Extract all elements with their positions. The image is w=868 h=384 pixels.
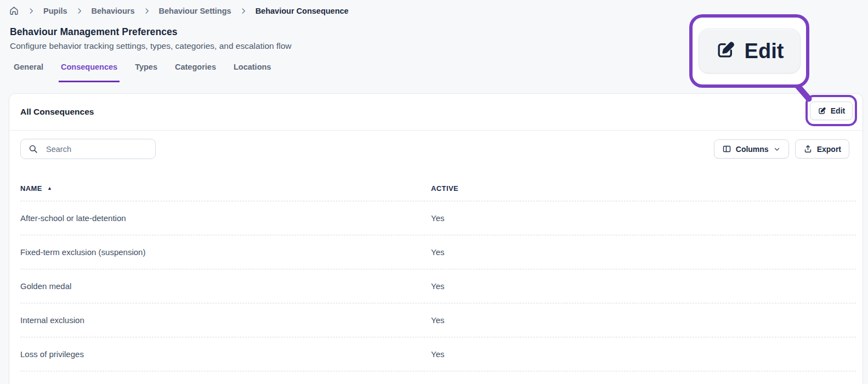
page-subtitle: Configure behavior tracking settings, ty… (10, 41, 292, 51)
edit-button-callout: Edit (689, 14, 809, 88)
breadcrumb-item-behaviours[interactable]: Behaviours (92, 7, 135, 15)
consequence-name: Internal exclusion (20, 315, 431, 325)
breadcrumb-item-behaviour-consequence: Behaviour Consequence (256, 7, 349, 15)
table-row: Loss of privileges Yes (20, 337, 856, 371)
table-row: Fixed-term exclusion (suspension) Yes (20, 235, 856, 269)
consequence-name: Fixed-term exclusion (suspension) (20, 247, 431, 257)
tab-consequences[interactable]: Consequences (59, 61, 120, 82)
tab-general[interactable]: General (12, 61, 46, 82)
table-row: After-school or late-detention Yes (20, 201, 856, 235)
column-header-name[interactable]: NAME ▲ (20, 184, 431, 193)
tab-categories[interactable]: Categories (173, 61, 218, 82)
page-title: Behaviour Management Preferences (10, 26, 178, 38)
table-row: Internal exclusion Yes (20, 303, 856, 337)
tab-bar: General Consequences Types Categories Lo… (12, 61, 273, 82)
export-button-label: Export (817, 145, 841, 154)
breadcrumb: Pupils Behaviours Behaviour Settings Beh… (9, 5, 349, 16)
magnified-edit-button: Edit (699, 29, 801, 74)
table-row: Golden medal Yes (20, 269, 856, 303)
home-icon[interactable] (9, 5, 19, 16)
panel-title: All Consequences (20, 107, 94, 117)
columns-layout-icon (722, 144, 731, 154)
table-toolbar: Columns Export (9, 131, 863, 159)
sort-ascending-triangle-icon[interactable]: ▲ (47, 186, 52, 191)
chevron-down-icon (773, 145, 781, 153)
search-input[interactable] (20, 139, 156, 159)
toolbar-actions: Columns Export (714, 139, 849, 159)
columns-button[interactable]: Columns (714, 139, 789, 159)
columns-button-label: Columns (736, 145, 769, 154)
consequence-active: Yes (431, 349, 856, 359)
behaviour-settings-page: Pupils Behaviours Behaviour Settings Beh… (0, 0, 868, 384)
magnified-edit-button-label: Edit (745, 39, 784, 63)
tab-types[interactable]: Types (133, 61, 160, 82)
chevron-right-icon (240, 7, 247, 15)
consequence-name: Loss of privileges (20, 349, 431, 359)
all-consequences-panel: All Consequences Edit (9, 93, 863, 384)
table-header-row: NAME ▲ ACTIVE (20, 170, 856, 201)
edit-button-label: Edit (831, 106, 845, 115)
breadcrumb-item-behaviour-settings[interactable]: Behaviour Settings (159, 7, 231, 15)
consequences-table: NAME ▲ ACTIVE After-school or late-deten… (20, 170, 856, 371)
consequence-name: Golden medal (20, 281, 431, 291)
chevron-right-icon (76, 7, 83, 15)
chevron-right-icon (27, 7, 35, 15)
consequence-active: Yes (431, 315, 856, 325)
consequence-active: Yes (431, 247, 856, 257)
pen-square-icon (818, 106, 826, 115)
search-box (20, 139, 156, 159)
tab-locations[interactable]: Locations (231, 61, 273, 82)
chevron-right-icon (143, 7, 151, 15)
pen-square-icon (715, 39, 736, 63)
column-header-active[interactable]: ACTIVE (431, 184, 856, 193)
breadcrumb-item-pupils[interactable]: Pupils (43, 7, 67, 15)
export-button[interactable]: Export (795, 139, 849, 159)
upload-icon (803, 144, 813, 154)
consequence-name: After-school or late-detention (20, 213, 431, 223)
consequence-active: Yes (431, 213, 856, 223)
panel-header: All Consequences Edit (9, 94, 863, 131)
consequence-active: Yes (431, 281, 856, 291)
